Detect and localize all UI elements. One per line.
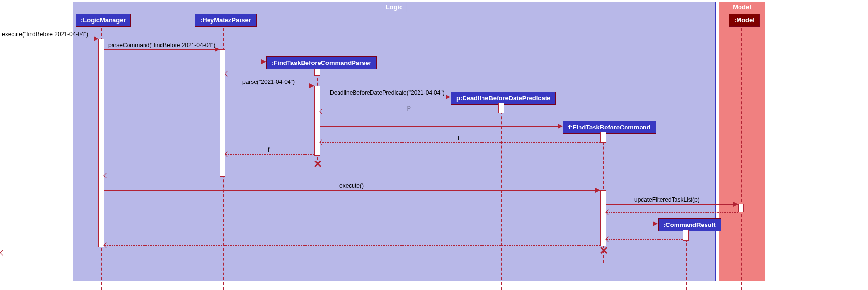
arrow-return-p: [320, 112, 498, 112]
participant-find-command: f:FindTaskBeforeCommand: [563, 121, 656, 134]
arrow-return-f1: [320, 142, 600, 143]
participant-find-parser: :FindTaskBeforeCommandParser: [266, 56, 377, 69]
arrowhead-create-parser: [261, 59, 266, 64]
lifeline-model: [741, 23, 742, 290]
model-frame-label: Model: [729, 2, 755, 12]
msg-return-f2: f: [268, 146, 269, 153]
msg-return-f1: f: [458, 135, 459, 142]
arrowhead-execute2: [595, 188, 600, 193]
arrow-deadlinepred: [320, 97, 450, 97]
msg-deadlinepred: DeadlineBeforeDatePredicate("2021-04-04"…: [330, 89, 445, 96]
activation-find-command-1: [600, 132, 606, 143]
arrowhead-parse: [309, 83, 314, 88]
activation-find-parser-1: [314, 69, 320, 76]
arrow-updatefiltered: [606, 204, 738, 205]
msg-parse: parse("2021-04-04"): [242, 79, 295, 85]
activation-logic-manager: [98, 39, 104, 247]
msg-updatefiltered: updateFilteredTaskList(p): [634, 196, 700, 203]
lifeline-deadline-predicate: [501, 102, 502, 290]
arrowhead-parsecommand: [215, 47, 220, 52]
activation-command-result: [683, 230, 689, 241]
model-frame: Model: [719, 2, 765, 281]
logic-frame-label: Logic: [382, 2, 407, 12]
arrow-create-command: [320, 126, 562, 127]
arrow-return-exec: [104, 245, 600, 246]
arrow-return-f3: [104, 176, 220, 176]
arrow-parse: [225, 86, 314, 86]
msg-return-f3: f: [160, 168, 161, 175]
destroy-parser: ✕: [313, 158, 322, 171]
arrowhead-create-result: [653, 221, 658, 226]
arrow-create-result: [606, 224, 657, 224]
participant-heymatez-parser: :HeyMatezParser: [195, 14, 257, 27]
activation-find-command-2: [600, 190, 606, 246]
activation-deadline-predicate: [498, 103, 504, 113]
arrow-return-result: [606, 239, 683, 240]
arrow-parsecommand: [104, 49, 220, 50]
arrowhead-create-command: [558, 124, 563, 129]
arrow-final-return: [0, 253, 98, 253]
activation-find-parser-2: [314, 86, 320, 156]
arrowhead-deadlinepred: [446, 95, 450, 99]
msg-parsecommand: parseCommand("findBefore 2021-04-04"): [108, 42, 215, 48]
arrow-execute1: [0, 39, 98, 39]
msg-return-p: p: [407, 104, 411, 111]
arrow-return-f2: [225, 154, 314, 155]
participant-command-result: :CommandResult: [658, 218, 721, 231]
arrow-execute2: [104, 190, 600, 191]
destroy-command: ✕: [599, 244, 608, 257]
arrow-create-parser: [225, 62, 265, 62]
arrowhead-execute1: [94, 36, 98, 41]
participant-logic-manager: :LogicManager: [76, 14, 131, 27]
activation-heymatez-parser: [220, 49, 225, 177]
arrowhead-updatefiltered: [733, 202, 738, 207]
msg-execute2: execute(): [339, 182, 364, 189]
arrowhead-final-return: [0, 250, 5, 255]
arrow-return-parser-create: [225, 74, 314, 74]
participant-model: :Model: [729, 14, 760, 27]
activation-model: [738, 204, 744, 212]
arrow-return-model: [606, 212, 738, 213]
msg-execute1: execute("findBefore 2021-04-04"): [2, 31, 88, 38]
